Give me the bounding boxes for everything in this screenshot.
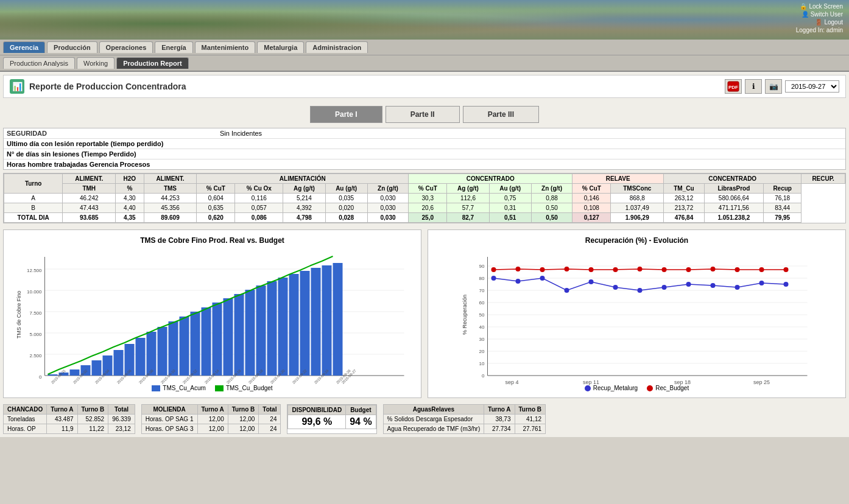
- svg-rect-23: [114, 350, 124, 376]
- chart-recup-legend: Recup_Metalurg Rec_Budget: [434, 385, 839, 391]
- td-tmh-a: 46.242: [63, 194, 116, 203]
- page-title: Reporte de Produccion Concentradora: [29, 82, 186, 91]
- svg-text:10: 10: [479, 361, 485, 366]
- security-header-row: SEGURIDAD Sin Incidentes: [4, 128, 845, 139]
- td-horasop-tb: 11,22: [77, 424, 108, 434]
- td-sag3-tb: 12,00: [228, 424, 259, 434]
- th-aguas: AguasRelaves: [383, 405, 484, 415]
- svg-point-102: [662, 285, 667, 290]
- th-c-zn: Zn (g/t): [531, 184, 572, 194]
- sub-nav-production-report[interactable]: Production Report: [116, 57, 189, 69]
- svg-point-88: [638, 267, 643, 271]
- svg-rect-25: [136, 338, 146, 376]
- nav-tab-energia[interactable]: Energía: [155, 41, 192, 53]
- security-header-label: SEGURIDAD: [7, 130, 220, 137]
- td-sag3-label: Horas. OP SAG 3: [141, 424, 197, 434]
- td-h2o-total: 4,35: [116, 213, 144, 223]
- svg-rect-17: [48, 374, 58, 376]
- th-concentrado1: CONCENTRADO: [409, 174, 572, 184]
- td-toneladas-total: 96.339: [108, 415, 135, 424]
- th-ag: Ag (g/t): [283, 184, 325, 194]
- disponibilidad-table: DISPONIBILIDAD Budget 99,6 % 94 %: [287, 405, 376, 429]
- td-tms-a: 44.253: [144, 194, 197, 203]
- svg-text:5.000: 5.000: [29, 332, 42, 337]
- svg-text:sep 18: sep 18: [674, 379, 691, 385]
- report-icon: 📊: [10, 79, 24, 94]
- td-agua-label: Agua Recuperado de TMF (m3/hr): [383, 424, 484, 434]
- svg-point-90: [686, 267, 691, 272]
- logout-button[interactable]: 🚪 Logout: [815, 19, 843, 26]
- svg-text:sep 4: sep 4: [505, 379, 518, 385]
- chart-recup-title: Recuperación (%) - Evolución: [434, 236, 839, 245]
- nav-tab-operaciones[interactable]: Operaciones: [99, 41, 153, 53]
- td-sag1-ta: 12,00: [197, 415, 228, 424]
- svg-point-89: [662, 267, 667, 272]
- aguas-relaves-section: AguasRelaves Turno A Turno B % Solidos D…: [383, 404, 546, 434]
- td-zn-total: 0,030: [367, 213, 408, 223]
- nav-tab-mantenimiento[interactable]: Mantenimiento: [195, 41, 256, 53]
- svg-point-96: [516, 279, 521, 284]
- th-alimentacion: ALIMENTACIÓN: [197, 174, 409, 184]
- sub-nav-production-analysis[interactable]: Production Analysis: [3, 57, 75, 69]
- info-button[interactable]: ℹ: [745, 79, 762, 94]
- th-molienda-tb: Turno B: [228, 405, 259, 415]
- svg-text:0: 0: [39, 374, 42, 380]
- table-row: Horas. OP SAG 3 12,00 12,00 24: [141, 424, 281, 434]
- svg-text:sep 25: sep 25: [753, 379, 770, 385]
- main-content: 📊 Reporte de Produccion Concentradora PD…: [0, 72, 849, 437]
- svg-rect-33: [224, 298, 233, 376]
- td-toneladas-ta: 43.487: [47, 415, 77, 424]
- svg-point-98: [565, 288, 569, 293]
- camera-button[interactable]: 📷: [765, 79, 782, 94]
- td-zn-b: 0,030: [367, 203, 408, 213]
- th-molienda-ta: Turno A: [197, 405, 228, 415]
- chart-tms-cobre: TMS de Cobre Fino Prod. Real vs. Budget …: [3, 229, 421, 398]
- sub-nav-working[interactable]: Working: [77, 57, 114, 69]
- switch-user-button[interactable]: 👤 Switch User: [801, 11, 843, 18]
- th-au: Au (g/t): [325, 184, 367, 194]
- nav-tab-administracion[interactable]: Administracion: [306, 41, 368, 53]
- td-horasop-ta: 11,9: [47, 424, 77, 434]
- th-chancado-ta: Turno A: [47, 405, 77, 415]
- td-zn-a: 0,030: [367, 194, 408, 203]
- molienda-section: MOLIENDA Turno A Turno B Total Horas. OP…: [141, 404, 281, 434]
- nav-tab-gerencia[interactable]: Gerencia: [3, 41, 45, 53]
- svg-rect-21: [92, 360, 102, 376]
- th-chancado-total: Total: [108, 405, 135, 415]
- table-row: Horas. OP 11,9 11,22 23,12: [4, 424, 135, 434]
- pdf-button[interactable]: PDF: [725, 79, 742, 94]
- part-tab-3[interactable]: Parte III: [463, 106, 539, 123]
- svg-text:40: 40: [479, 324, 485, 330]
- svg-rect-27: [158, 327, 167, 376]
- svg-rect-36: [256, 285, 266, 376]
- svg-point-91: [711, 267, 716, 271]
- legend-recup-metalurg: Recup_Metalurg: [585, 385, 638, 391]
- td-horasop-label: Horas. OP: [4, 424, 47, 434]
- th-c-au: Au (g/t): [489, 184, 531, 194]
- svg-rect-43: [333, 263, 343, 376]
- chart-tms-area: TMS de Cobre Fino 0 2.500 5.000 7.500 10…: [10, 248, 415, 382]
- nav-tab-metalurgia[interactable]: Metalurgia: [257, 41, 304, 53]
- part-tab-1[interactable]: Parte I: [310, 106, 382, 123]
- th-budget: Budget: [346, 405, 376, 415]
- part-tab-2[interactable]: Parte II: [386, 106, 460, 123]
- svg-point-95: [491, 276, 496, 281]
- nav-tab-produccion[interactable]: Producción: [47, 41, 97, 53]
- td-sag3-total: 24: [259, 424, 281, 434]
- svg-point-86: [589, 267, 594, 272]
- th-c-pcut: % CuT: [409, 184, 447, 194]
- td-turno-a: A: [4, 194, 63, 203]
- svg-rect-38: [278, 278, 288, 376]
- svg-rect-34: [234, 294, 244, 376]
- lock-screen-button[interactable]: 🔒 Lock Screen: [800, 3, 843, 10]
- bottom-tables: CHANCADO Turno A Turno B Total Toneladas…: [3, 404, 846, 434]
- date-selector[interactable]: 2015-09-27: [785, 80, 839, 93]
- svg-point-99: [589, 279, 594, 284]
- svg-rect-39: [289, 274, 299, 376]
- security-label-3: Horas hombre trabajadas Gerencia Proceso…: [7, 161, 220, 168]
- molienda-table: MOLIENDA Turno A Turno B Total Horas. OP…: [141, 404, 281, 434]
- svg-text:30: 30: [479, 337, 485, 342]
- svg-rect-28: [169, 321, 178, 376]
- td-tms-total: 89.609: [144, 213, 197, 223]
- td-c-pcut-a: 30,3: [409, 194, 447, 203]
